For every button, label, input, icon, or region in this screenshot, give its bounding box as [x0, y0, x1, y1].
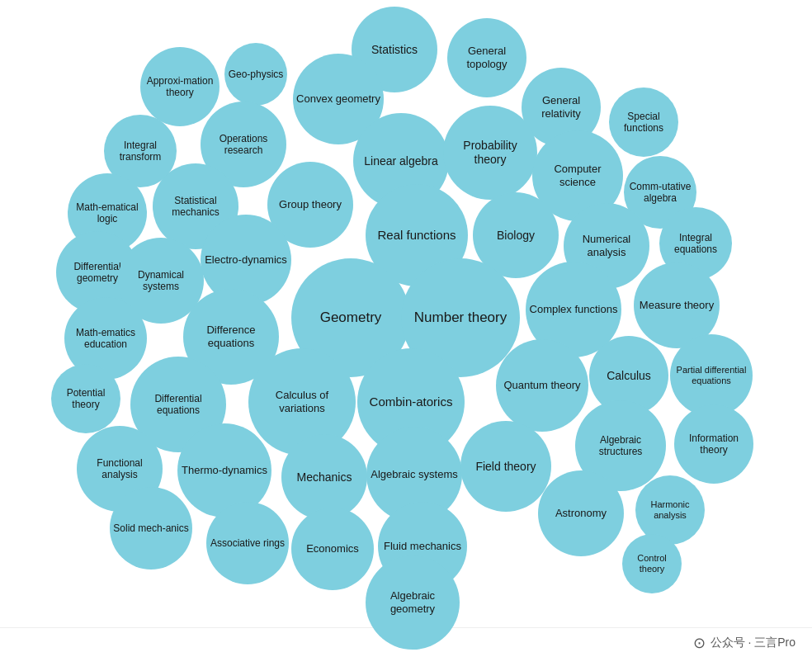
bubble-label-approximation-theory: Approxi-mation theory: [140, 72, 220, 102]
bubble-label-mathematical-logic: Math-ematical logic: [68, 198, 147, 229]
bubble-label-differential-equations: Differential equations: [130, 390, 226, 420]
bubble-label-real-functions: Real functions: [374, 225, 459, 246]
bubble-label-linear-algebra: Linear algebra: [361, 151, 441, 172]
bubble-label-partial-differential: Partial differential equations: [670, 362, 753, 390]
bubble-astronomy: Astronomy: [538, 470, 624, 556]
bubble-algebraic-geometry: Algebraic geometry: [366, 555, 460, 650]
bubble-label-convex-geometry: Convex geometry: [293, 89, 384, 109]
bubble-general-topology: General topology: [447, 18, 526, 97]
bubble-label-combinatorics: Combin-atorics: [366, 391, 456, 413]
bubble-approximation-theory: Approxi-mation theory: [140, 47, 220, 126]
bubble-label-integral-transform: Integral transform: [104, 136, 177, 167]
bubble-label-statistics: Statistics: [368, 40, 421, 60]
bubble-label-numerical-analysis: Numerical analysis: [564, 229, 649, 262]
bubble-label-economics: Economics: [303, 539, 362, 559]
bubble-special-functions: Special functions: [609, 87, 678, 157]
bubble-label-astronomy: Astronomy: [552, 503, 610, 523]
bubble-label-calculus: Calculus: [603, 366, 654, 386]
bubble-geophysics: Geo-physics: [224, 43, 287, 106]
bubble-potential-theory: Potential theory: [51, 364, 120, 433]
bubble-label-algebraic-structures: Algebraic structures: [575, 431, 666, 461]
bubble-label-integral-equations: Integral equations: [659, 229, 732, 259]
bubble-label-information-theory: Information theory: [674, 429, 753, 460]
bubble-label-field-theory: Field theory: [472, 456, 539, 477]
bubble-label-calculus-variations: Calculus of variations: [248, 385, 356, 418]
bubble-label-mechanics: Mechanics: [294, 467, 356, 488]
bubble-label-solid-mechanics: Solid mech-anics: [110, 519, 191, 537]
bubble-mechanics: Mechanics: [281, 434, 367, 520]
bubble-label-commutative-algebra: Comm-utative algebra: [624, 177, 696, 208]
bubble-label-geophysics: Geo-physics: [225, 65, 287, 83]
footer-text: 公众号 · 三言Pro: [710, 636, 795, 650]
footer-logo: ⊙ 公众号 · 三言Pro: [693, 634, 795, 652]
bubble-label-potential-theory: Potential theory: [51, 384, 120, 414]
bubble-label-algebraic-systems: Algebraic systems: [367, 465, 460, 484]
bubble-economics: Economics: [291, 508, 374, 590]
bubble-label-operations-research: Operations research: [201, 130, 286, 160]
bubble-label-statistical-mechanics: Statistical mechanics: [153, 191, 238, 222]
bubble-solid-mechanics: Solid mech-anics: [110, 487, 192, 570]
bubble-label-difference-equations: Difference equations: [183, 320, 279, 352]
bubble-label-measure-theory: Measure theory: [636, 295, 717, 315]
bubble-label-control-theory: Control theory: [622, 550, 682, 578]
bubble-label-computer-science: Computer science: [532, 159, 623, 191]
bubble-probability-theory: Probability theory: [443, 106, 537, 200]
bubble-label-electrodynamics: Electro-dynamics: [201, 250, 290, 270]
bubble-label-special-functions: Special functions: [609, 107, 678, 138]
bubble-label-associative-rings: Associative rings: [207, 534, 288, 552]
bubble-label-geometry: Geometry: [317, 306, 385, 329]
bubble-label-algebraic-geometry: Algebraic geometry: [366, 586, 460, 618]
bubble-label-biology: Biology: [493, 225, 538, 246]
bubble-label-fluid-mechanics: Fluid mechanics: [380, 536, 465, 556]
bubble-associative-rings: Associative rings: [206, 502, 289, 584]
bubble-label-harmonic-analysis: Harmonic analysis: [635, 496, 705, 524]
wechat-icon: ⊙: [693, 634, 706, 652]
bubble-label-number-theory: Number theory: [411, 306, 510, 329]
bubble-label-mathematics-education: Math-ematics education: [64, 324, 147, 354]
bubble-label-probability-theory: Probability theory: [443, 135, 537, 170]
bubble-label-dynamical-systems: Dynamical systems: [118, 266, 204, 296]
bubble-label-quantum-theory: Quantum theory: [500, 376, 583, 395]
bubble-control-theory: Control theory: [622, 534, 682, 593]
bubble-label-functional-analysis: Functional analysis: [77, 454, 163, 484]
bubble-label-group-theory: Group theory: [276, 195, 345, 215]
bubble-chart: StatisticsGeneral topologyConvex geometr…: [0, 0, 812, 627]
bubble-label-complex-functions: Complex functions: [526, 300, 621, 319]
bubble-label-general-topology: General topology: [447, 41, 526, 73]
bubble-label-general-relativity: General relativity: [522, 91, 601, 123]
bubble-field-theory: Field theory: [460, 421, 551, 512]
bubble-label-thermodynamics: Thermo-dynamics: [178, 461, 271, 480]
bubble-information-theory: Information theory: [674, 404, 753, 484]
bubble-quantum-theory: Quantum theory: [496, 339, 588, 432]
